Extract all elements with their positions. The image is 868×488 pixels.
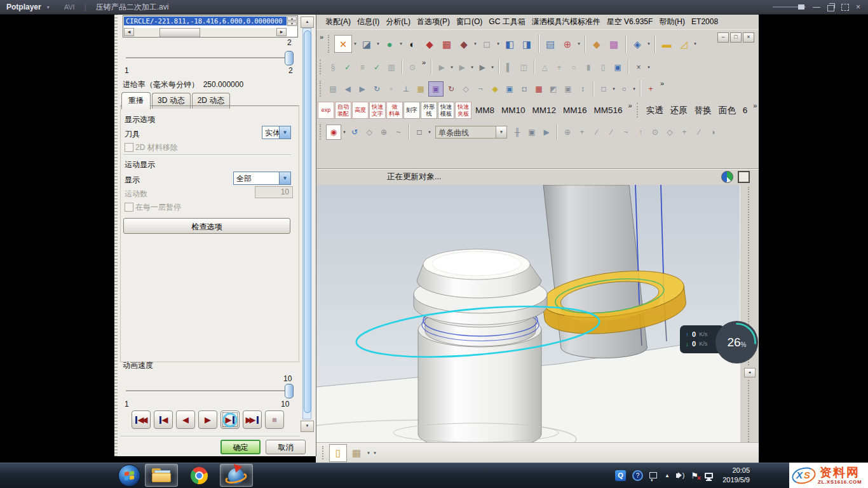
wcs-icon[interactable]: + bbox=[644, 82, 658, 96]
gcode-selected-row[interactable]: CIRCLE/-221.811,-18.416,6.000,0.0000000 bbox=[124, 17, 287, 25]
quick-template-button[interactable]: 快速 模板 bbox=[438, 102, 454, 119]
render-sphere-icon[interactable]: ● bbox=[381, 36, 398, 52]
outline-button[interactable]: 外形 线 bbox=[421, 102, 437, 119]
speed-slider[interactable] bbox=[126, 390, 291, 391]
action-center-flag-icon[interactable]: ⚑ bbox=[691, 471, 699, 480]
restore-icon[interactable] bbox=[827, 5, 834, 11]
volume-slider[interactable] bbox=[773, 6, 806, 8]
funnel-solid-icon[interactable]: ▶ bbox=[475, 60, 489, 74]
check-options-button[interactable]: 检查选项 bbox=[123, 218, 290, 234]
menu-item[interactable]: GC 工具箱 bbox=[485, 15, 528, 29]
pin-box-icon[interactable]: ◆ bbox=[421, 36, 438, 52]
dialog-scroll-up-icon[interactable]: ▲ bbox=[301, 17, 314, 28]
funnel-in-icon[interactable]: ▶ bbox=[435, 60, 449, 74]
quick-text-button[interactable]: 快速 文字 bbox=[369, 102, 386, 119]
help-tray-icon[interactable]: ? bbox=[632, 470, 643, 481]
overflow-chevron[interactable]: » bbox=[660, 78, 664, 87]
taskbar-player-button[interactable] bbox=[220, 464, 253, 487]
add-tool-icon[interactable]: + bbox=[552, 60, 566, 74]
menu-item[interactable]: 帮助(H) bbox=[656, 15, 688, 29]
dropdown-arrow-icon[interactable]: ▾ bbox=[372, 451, 377, 456]
cylinder-icon[interactable]: ▮ bbox=[581, 60, 595, 74]
sidebar-collapse-arrow[interactable]: ◂ bbox=[744, 368, 756, 377]
csys-axes-icon[interactable]: ⊕ bbox=[559, 36, 576, 52]
view-arrow-icon[interactable]: ◈ bbox=[629, 36, 646, 52]
angle-ruler-icon[interactable]: ◿ bbox=[675, 36, 692, 52]
mdi-restore-icon[interactable]: □ bbox=[730, 32, 742, 43]
menu-item[interactable]: 信息(I) bbox=[354, 15, 383, 29]
video-area[interactable]: CIRCLE/-221.811,-18.416,6.000,0.0000000 … bbox=[0, 14, 868, 463]
mm10-button[interactable]: MM10 bbox=[498, 105, 529, 115]
loop-icon[interactable]: ○ bbox=[567, 60, 581, 74]
dropdown-arrow-icon[interactable]: ▾ bbox=[576, 41, 581, 46]
fence-snap-icon[interactable]: ╫ bbox=[510, 125, 524, 139]
polygon-tool-icon[interactable]: ○ bbox=[617, 82, 631, 96]
go-to-end-button[interactable]: ▶▶ bbox=[243, 410, 262, 429]
play-forward-button[interactable]: ▶ bbox=[198, 410, 217, 429]
tray-expand-icon[interactable]: ▲ bbox=[665, 473, 670, 478]
dropdown-arrow-icon[interactable]: ▾ bbox=[427, 130, 432, 135]
taskbar-clock[interactable]: 20:05 2019/5/9 bbox=[722, 466, 750, 485]
gauge-pair-icon[interactable]: ▌ bbox=[502, 60, 516, 74]
cancel-button[interactable]: 取消 bbox=[266, 440, 306, 454]
dropdown-arrow-icon[interactable]: ▾ bbox=[611, 86, 616, 92]
mm16-button[interactable]: MM16 bbox=[560, 105, 590, 115]
ok-button[interactable]: 确定 bbox=[220, 440, 261, 454]
jug-icon[interactable]: ◘ bbox=[517, 82, 531, 96]
snap-settings-icon[interactable]: ▣ bbox=[525, 125, 539, 139]
faucet-icon[interactable]: ¬ bbox=[473, 82, 487, 96]
dropdown-arrow-icon[interactable]: ▾ bbox=[646, 41, 651, 46]
gem-icon[interactable]: ◇ bbox=[459, 82, 473, 96]
play-backward-button[interactable]: ◀ bbox=[176, 410, 195, 429]
palette-icon[interactable]: ▩ bbox=[606, 36, 622, 52]
menu-item[interactable]: 首选项(P) bbox=[414, 15, 453, 29]
snap-slash-icon[interactable]: ∕ bbox=[692, 125, 706, 139]
volume-tray-icon[interactable]: ) bbox=[676, 471, 685, 479]
gauge-box-icon[interactable]: ◫ bbox=[517, 60, 531, 74]
book-left-icon[interactable]: ◧ bbox=[501, 36, 518, 52]
sheet-list-icon[interactable]: ▤ bbox=[542, 36, 559, 52]
dialog-scroll-down-icon[interactable]: ▼ bbox=[301, 421, 314, 432]
dialog-scrollbar-thumb[interactable] bbox=[304, 30, 311, 413]
dropdown-arrow-icon[interactable]: ▾ bbox=[353, 41, 358, 46]
dropdown-arrow-icon[interactable]: ▾ bbox=[496, 41, 501, 46]
close-icon[interactable]: × bbox=[856, 3, 860, 11]
mdi-close-icon[interactable]: × bbox=[743, 32, 754, 43]
mm12-button[interactable]: MM12 bbox=[529, 105, 560, 115]
potplayer-menu-button[interactable]: Potplayer bbox=[6, 3, 41, 11]
desktop-window-icon[interactable] bbox=[649, 472, 657, 478]
mm516-button[interactable]: MM516 bbox=[591, 105, 626, 115]
part-navigator-icon[interactable]: ▯ bbox=[329, 444, 347, 462]
volume-knob[interactable] bbox=[798, 4, 804, 10]
dropdown-arrow-icon[interactable]: ▾ bbox=[693, 41, 698, 46]
dropdown-arrow-icon[interactable]: ▾ bbox=[342, 130, 347, 135]
layer-stack-icon[interactable]: ▤ bbox=[326, 82, 340, 96]
network-tray-icon[interactable] bbox=[705, 473, 713, 478]
new-window-icon[interactable]: ✕ bbox=[334, 35, 352, 53]
measure-stand-icon[interactable]: ⊥ bbox=[399, 82, 413, 96]
book-right-icon[interactable]: ◨ bbox=[519, 36, 535, 52]
snap-curve-icon[interactable]: ~ bbox=[619, 125, 633, 139]
snap-line-icon[interactable]: ∕ bbox=[590, 125, 604, 139]
hscroll-thumb[interactable] bbox=[159, 28, 200, 37]
scroll-right-icon[interactable]: ▶ bbox=[276, 28, 287, 36]
menu-item[interactable]: 分析(L) bbox=[383, 15, 414, 29]
chevron-down-icon[interactable]: ▾ bbox=[47, 4, 50, 10]
forward-arrow-icon[interactable]: ▶ bbox=[355, 82, 369, 96]
shaded-view-icon[interactable]: ◪ bbox=[358, 36, 375, 52]
snap-circle-icon[interactable]: ⊙ bbox=[648, 125, 662, 139]
pin-box2-icon[interactable]: ◆ bbox=[456, 36, 472, 52]
selection-scope-combo[interactable]: 单条曲线▼ bbox=[435, 126, 507, 139]
spline-icon[interactable]: § bbox=[326, 60, 340, 74]
snapshot-icon[interactable]: ▫ bbox=[384, 82, 398, 96]
tool-display-dropdown[interactable]: 实体 ▼ bbox=[262, 126, 291, 139]
go-to-start-button[interactable]: ◀◀ bbox=[132, 410, 151, 429]
engrave-button[interactable]: 刻字 bbox=[403, 102, 420, 119]
operation-list-icon[interactable]: ≡ bbox=[355, 60, 369, 74]
exp-button[interactable]: exp bbox=[318, 102, 334, 119]
dropdown-arrow-icon[interactable]: ▾ bbox=[632, 86, 637, 92]
box-arrows-icon[interactable]: ▣ bbox=[561, 82, 575, 96]
auto-assembly-button[interactable]: 自动 装配 bbox=[335, 102, 351, 119]
clamp-icon[interactable]: △ bbox=[538, 60, 552, 74]
menu-item[interactable]: 潇洒模具汽模标准件 bbox=[529, 15, 604, 29]
